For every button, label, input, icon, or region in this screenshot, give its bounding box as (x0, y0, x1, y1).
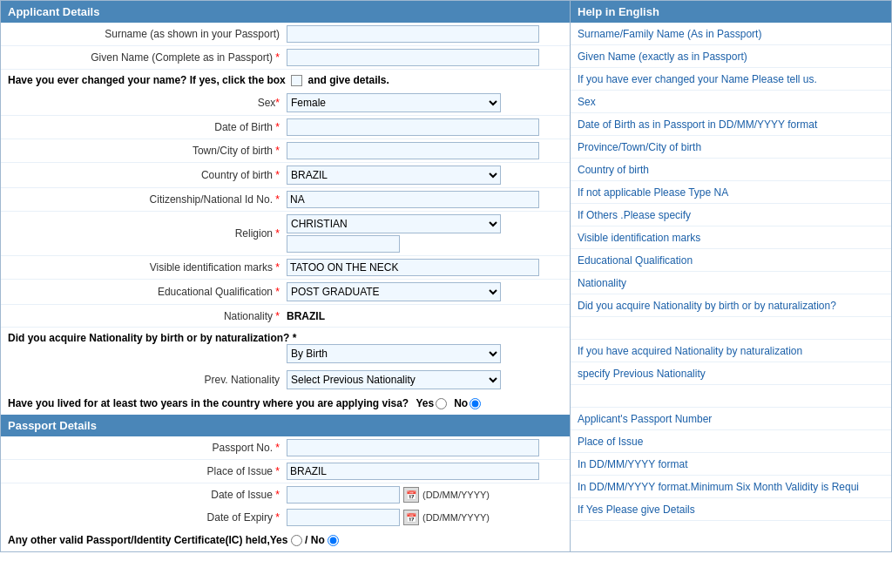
date-of-issue-label: Date of Issue * (8, 489, 287, 501)
town-row: Town/City of birth * (1, 139, 570, 163)
given-name-input[interactable] (287, 49, 539, 66)
date-of-issue-calendar-icon[interactable]: 📅 (403, 487, 419, 503)
nationality-value-col: BRAZIL (287, 310, 563, 322)
lived-yes-radio[interactable] (436, 398, 447, 409)
help-prev-nationality-2: specify Previous Nationality (571, 362, 891, 385)
any-other-yes-radio[interactable] (291, 535, 302, 546)
passport-no-row: Passport No. * (1, 436, 570, 460)
prev-nationality-row: Prev. Nationality Select Previous Nation… (1, 368, 570, 392)
citizenship-row: Citizenship/National Id No. * (1, 188, 570, 212)
help-acquire-empty (571, 317, 891, 340)
sex-label: Sex* (8, 97, 287, 109)
place-of-issue-label: Place of Issue * (8, 465, 287, 477)
lived-yes-group: Yes No (416, 397, 489, 409)
given-name-label: Given Name (Complete as in Passport) * (8, 51, 287, 64)
date-of-issue-row: Date of Issue * 📅 (DD/MM/YYYY) (1, 483, 570, 506)
help-dob: Date of Birth as in Passport in DD/MM/YY… (571, 113, 891, 136)
by-birth-select[interactable]: By Birth By Naturalization (287, 344, 501, 363)
religion-row: Religion * CHRISTIAN HINDU MUSLIM OTHERS (1, 212, 570, 256)
surname-input[interactable] (287, 25, 539, 43)
passport-no-input[interactable] (287, 439, 539, 456)
help-nationality: Nationality (571, 272, 891, 294)
town-label: Town/City of birth * (8, 145, 287, 157)
visible-marks-row: Visible identification marks * (1, 256, 570, 280)
help-visible-marks: Visible identification marks (571, 226, 891, 249)
religion-specify-input[interactable] (287, 235, 400, 253)
nationality-row: Nationality * BRAZIL (1, 305, 570, 328)
help-sex: Sex (571, 91, 891, 113)
sex-row: Sex* Female Male (1, 91, 570, 116)
help-religion: If Others .Please specify (571, 204, 891, 226)
name-change-row: Have you ever changed your name? If yes,… (1, 70, 570, 91)
country-label: Country of birth * (8, 169, 287, 181)
help-town: Province/Town/City of birth (571, 136, 891, 159)
citizenship-input-col (287, 191, 563, 208)
help-header: Help in English (571, 1, 891, 23)
education-input-col: POST GRADUATE GRADUATE SCHOOL OTHER (287, 282, 563, 301)
religion-input-col: CHRISTIAN HINDU MUSLIM OTHERS (287, 214, 563, 253)
religion-label: Religion * (8, 227, 287, 240)
help-any-other: If Yes Please give Details (571, 498, 891, 521)
religion-select[interactable]: CHRISTIAN HINDU MUSLIM OTHERS (287, 214, 501, 233)
lived-no-radio[interactable] (470, 398, 481, 409)
citizenship-input[interactable] (287, 191, 539, 208)
dob-input-col (287, 118, 563, 136)
citizenship-label: Citizenship/National Id No. * (8, 193, 287, 206)
date-of-issue-input[interactable] (287, 486, 400, 504)
place-of-issue-input-col (287, 463, 563, 480)
prev-nationality-label: Prev. Nationality (8, 374, 287, 386)
name-change-checkbox[interactable] (291, 75, 302, 86)
education-label: Educational Qualification * (8, 286, 287, 298)
help-name-change: If you have ever changed your Name Pleas… (571, 68, 891, 91)
date-of-expiry-input[interactable] (287, 509, 400, 526)
any-other-row: Any other valid Passport/Identity Certif… (1, 529, 570, 551)
place-of-issue-input[interactable] (287, 463, 539, 480)
acquire-nationality-row: Did you acquire Nationality by birth or … (1, 328, 570, 368)
help-education: Educational Qualification (571, 249, 891, 272)
town-input[interactable] (287, 142, 539, 159)
help-country: Country of birth (571, 159, 891, 181)
date-of-expiry-calendar-icon[interactable]: 📅 (403, 510, 419, 525)
any-other-no-radio[interactable] (328, 535, 339, 546)
prev-nationality-input-col: Select Previous Nationality (287, 370, 563, 389)
visible-marks-input-col (287, 259, 563, 276)
help-prev-nationality-1: If you have acquired Nationality by natu… (571, 340, 891, 362)
help-surname: Surname/Family Name (As in Passport) (571, 23, 891, 45)
date-of-expiry-row: Date of Expiry * 📅 (DD/MM/YYYY) (1, 506, 570, 529)
help-date-of-expiry: In DD/MM/YYYY format.Minimum Six Month V… (571, 476, 891, 498)
lived-row: Have you lived for at least two years in… (1, 392, 570, 415)
sex-select[interactable]: Female Male (287, 93, 501, 112)
help-place-of-issue: Place of Issue (571, 430, 891, 453)
education-row: Educational Qualification * POST GRADUAT… (1, 280, 570, 305)
applicant-section-header: Applicant Details (1, 1, 570, 23)
dob-row: Date of Birth * (1, 116, 570, 139)
country-input-col: BRAZIL (287, 166, 563, 185)
given-name-input-col (287, 49, 563, 66)
country-select[interactable]: BRAZIL (287, 166, 501, 185)
passport-section-header: Passport Details (1, 415, 570, 436)
town-input-col (287, 142, 563, 159)
help-given-name: Given Name (exactly as in Passport) (571, 45, 891, 68)
nationality-label: Nationality * (8, 310, 287, 322)
place-of-issue-row: Place of Issue * (1, 460, 570, 483)
date-of-expiry-col: 📅 (DD/MM/YYYY) (287, 509, 563, 526)
given-name-row: Given Name (Complete as in Passport) * (1, 46, 570, 70)
help-date-of-issue: In DD/MM/YYYY format (571, 453, 891, 476)
dob-input[interactable] (287, 118, 539, 136)
help-passport-no: Applicant's Passport Number (571, 408, 891, 430)
help-citizenship: If not applicable Please Type NA (571, 181, 891, 204)
help-acquire: Did you acquire Nationality by birth or … (571, 294, 891, 317)
prev-nationality-select[interactable]: Select Previous Nationality (287, 370, 501, 389)
visible-marks-input[interactable] (287, 259, 539, 276)
help-lived (571, 385, 891, 408)
sex-input-col: Female Male (287, 93, 563, 112)
dob-label: Date of Birth * (8, 121, 287, 133)
surname-row: Surname (as shown in your Passport) (1, 23, 570, 46)
passport-no-input-col (287, 439, 563, 456)
country-row: Country of birth * BRAZIL (1, 163, 570, 188)
right-panel: Help in English Surname/Family Name (As … (571, 0, 892, 552)
surname-input-col (287, 25, 563, 43)
passport-no-label: Passport No. * (8, 442, 287, 454)
left-panel: Applicant Details Surname (as shown in y… (0, 0, 571, 552)
education-select[interactable]: POST GRADUATE GRADUATE SCHOOL OTHER (287, 282, 501, 301)
